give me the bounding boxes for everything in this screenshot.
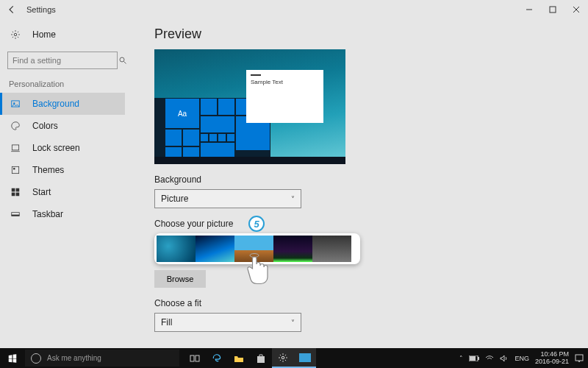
background-dropdown[interactable]: Picture ˅ xyxy=(154,189,301,208)
tray-battery-icon[interactable] xyxy=(469,355,479,361)
titlebar: Settings xyxy=(0,0,588,19)
tray-chevron-up-icon[interactable]: ˄ xyxy=(459,355,463,362)
cortana-placeholder: Ask me anything xyxy=(47,354,101,362)
tray-language[interactable]: ENG xyxy=(514,355,529,362)
task-view-icon xyxy=(190,354,200,363)
notification-icon xyxy=(575,354,584,363)
picture-thumb-5[interactable] xyxy=(312,236,351,262)
task-view-button[interactable] xyxy=(184,348,206,368)
settings-taskbar-button[interactable] xyxy=(272,348,294,368)
gear-icon xyxy=(278,353,288,363)
sidebar-item-label: Lock screen xyxy=(32,143,80,153)
cortana-icon xyxy=(31,353,41,364)
browse-button[interactable]: Browse xyxy=(154,270,206,288)
system-taskbar: Ask me anything ˄ ENG 10:46 PM 2016-09-2… xyxy=(0,348,588,368)
close-button[interactable] xyxy=(564,0,588,19)
maximize-button[interactable] xyxy=(541,0,564,19)
gear-icon xyxy=(10,29,22,40)
tray-wifi-icon[interactable] xyxy=(485,355,494,362)
minimize-button[interactable] xyxy=(517,0,541,19)
minimize-icon xyxy=(526,6,533,13)
sidebar-home-label: Home xyxy=(32,29,56,40)
desktop-preview: Aa Sample Text xyxy=(154,49,345,164)
picture-icon xyxy=(10,99,22,109)
back-button[interactable] xyxy=(0,0,24,19)
background-dropdown-value: Picture xyxy=(161,194,188,204)
sidebar-home[interactable]: Home xyxy=(0,24,125,46)
svg-point-2 xyxy=(14,33,17,36)
search-input[interactable] xyxy=(8,56,118,65)
picture-thumb-1[interactable] xyxy=(157,236,196,262)
sidebar-item-start[interactable]: Start xyxy=(0,181,125,203)
svg-rect-16 xyxy=(12,215,20,216)
store-icon xyxy=(256,353,266,364)
sidebar-item-colors[interactable]: Colors xyxy=(0,115,125,137)
fit-dropdown[interactable]: Fill ˅ xyxy=(154,313,301,332)
svg-rect-14 xyxy=(16,193,20,197)
edge-icon xyxy=(212,353,222,364)
preview-taskbar xyxy=(154,157,345,164)
lockscreen-icon xyxy=(10,143,22,153)
svg-rect-1 xyxy=(550,7,556,13)
background-label: Background xyxy=(154,174,566,185)
palette-icon xyxy=(10,121,22,131)
tray-volume-icon[interactable] xyxy=(500,355,509,362)
choose-picture-label: Choose your picture xyxy=(154,219,566,229)
svg-rect-12 xyxy=(16,188,20,192)
tray-clock[interactable]: 10:46 PM 2016-09-21 xyxy=(535,351,569,366)
svg-rect-25 xyxy=(470,356,476,361)
taskbar-icon xyxy=(10,209,22,219)
start-button[interactable] xyxy=(0,353,25,364)
svg-rect-10 xyxy=(13,168,15,169)
svg-rect-11 xyxy=(12,188,15,192)
svg-rect-13 xyxy=(12,193,15,197)
svg-rect-9 xyxy=(12,166,18,173)
sidebar-item-label: Background xyxy=(32,99,79,109)
sidebar-item-lockscreen[interactable]: Lock screen xyxy=(0,137,125,159)
picture-thumb-4[interactable] xyxy=(273,236,312,262)
choose-fit-label: Choose a fit xyxy=(154,298,566,308)
preview-heading: Preview xyxy=(154,26,566,42)
search-box[interactable] xyxy=(7,52,118,69)
app-taskbar-button[interactable] xyxy=(294,348,316,368)
sidebar: Home Personalization Background Colors L… xyxy=(0,19,125,348)
sidebar-item-themes[interactable]: Themes xyxy=(0,159,125,181)
arrow-left-icon xyxy=(7,4,17,15)
folder-icon xyxy=(234,354,244,363)
svg-rect-19 xyxy=(196,355,199,361)
svg-rect-7 xyxy=(12,145,18,150)
explorer-button[interactable] xyxy=(228,348,250,368)
svg-rect-26 xyxy=(576,355,583,361)
store-button[interactable] xyxy=(250,348,272,368)
preview-tile-aa: Aa xyxy=(165,99,199,128)
sidebar-item-label: Themes xyxy=(32,165,64,175)
hand-pointer-icon xyxy=(241,252,272,291)
cortana-search[interactable]: Ask me anything xyxy=(25,350,179,367)
svg-point-3 xyxy=(120,57,124,62)
picture-thumb-2[interactable] xyxy=(196,236,234,262)
sidebar-item-taskbar[interactable]: Taskbar xyxy=(0,203,125,225)
edge-button[interactable] xyxy=(206,348,228,368)
step-badge: 5 xyxy=(248,216,265,232)
tray-date: 2016-09-21 xyxy=(535,358,569,366)
svg-rect-20 xyxy=(257,356,265,363)
svg-rect-18 xyxy=(190,355,194,361)
close-icon xyxy=(573,6,580,13)
fit-dropdown-value: Fill xyxy=(161,317,172,328)
start-icon xyxy=(10,187,22,197)
sample-text-label: Sample Text xyxy=(251,79,283,85)
maximize-icon xyxy=(549,6,556,13)
sidebar-item-background[interactable]: Background xyxy=(0,93,125,115)
sidebar-item-label: Start xyxy=(32,187,51,197)
sidebar-item-label: Colors xyxy=(32,121,58,131)
app-icon xyxy=(299,353,311,362)
chevron-down-icon: ˅ xyxy=(291,319,295,327)
content-area: Preview Aa xyxy=(125,19,588,348)
svg-rect-24 xyxy=(478,357,479,360)
preview-sample-window: Sample Text xyxy=(246,70,323,123)
chevron-down-icon: ˅ xyxy=(291,195,295,203)
system-tray: ˄ ENG 10:46 PM 2016-09-21 xyxy=(459,351,588,366)
windows-logo-icon xyxy=(7,353,18,364)
action-center-button[interactable] xyxy=(575,354,584,363)
browse-button-label: Browse xyxy=(167,275,194,283)
